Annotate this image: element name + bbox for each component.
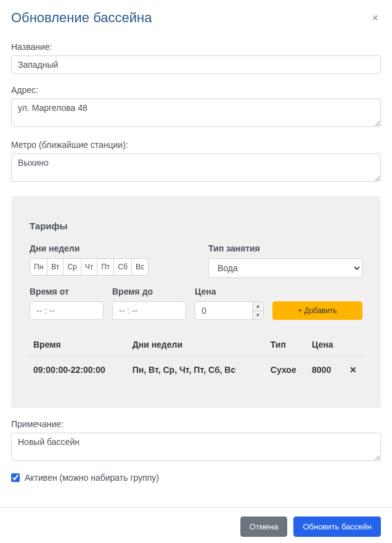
note-label: Примечание: <box>11 419 381 429</box>
metro-label: Метро (ближайшие станции): <box>11 140 381 150</box>
day-sun[interactable]: Вс <box>132 258 149 276</box>
time-from-column: Время от <box>30 287 104 320</box>
tariffs-row-top: Дни недели Пн Вт Ср Чт Пт Сб Вс Тип заня… <box>30 243 362 278</box>
days-label: Дни недели <box>30 243 197 253</box>
tariff-table: Время Дни недели Тип Цена 09:00:00-22:00… <box>30 333 362 383</box>
cancel-button[interactable]: Отмена <box>240 516 288 537</box>
cell-price: 8000 <box>308 356 344 384</box>
time-to-label: Время до <box>112 287 186 296</box>
price-label: Цена <box>195 287 264 296</box>
modal-title: Обновление бассейна <box>11 10 152 26</box>
modal-body: Название: Адрес: Метро (ближайшие станци… <box>0 42 392 495</box>
th-type: Тип <box>267 333 308 356</box>
active-row: Активен (можно набирать группу) <box>11 473 381 483</box>
cell-type: Сухое <box>267 356 308 384</box>
type-label: Тип занятия <box>208 243 362 253</box>
table-row: 09:00:00-22:00:00 Пн, Вт, Ср, Чт, Пт, Сб… <box>30 356 362 384</box>
cell-time: 09:00:00-22:00:00 <box>30 356 129 384</box>
add-column: + Добавить <box>272 301 362 320</box>
price-step-up[interactable]: ▲ <box>253 302 263 311</box>
note-group: Примечание: <box>11 419 381 463</box>
time-from-input[interactable] <box>30 301 104 320</box>
price-spinner: ▲ ▼ <box>252 302 263 319</box>
type-column: Тип занятия Вода <box>208 243 362 278</box>
days-button-group: Пн Вт Ср Чт Пт Сб Вс <box>30 258 197 276</box>
time-from-label: Время от <box>30 287 104 296</box>
address-input[interactable] <box>11 99 381 127</box>
price-step-down[interactable]: ▼ <box>253 311 263 320</box>
active-checkbox[interactable] <box>11 473 20 482</box>
day-fri[interactable]: Пт <box>97 258 114 276</box>
metro-group: Метро (ближайшие станции): <box>11 140 381 184</box>
th-time: Время <box>30 333 129 356</box>
address-group: Адрес: <box>11 85 381 129</box>
modal-header: Обновление бассейна × <box>0 0 392 31</box>
time-to-column: Время до <box>112 287 186 320</box>
close-icon: ✕ <box>349 365 357 375</box>
address-label: Адрес: <box>11 85 381 95</box>
name-input[interactable] <box>11 55 381 74</box>
delete-row-button[interactable]: ✕ <box>344 356 362 384</box>
day-sat[interactable]: Сб <box>114 258 132 276</box>
note-input[interactable] <box>11 433 381 461</box>
day-wed[interactable]: Ср <box>63 258 81 276</box>
modal: Обновление бассейна × Название: Адрес: М… <box>0 0 392 543</box>
days-column: Дни недели Пн Вт Ср Чт Пт Сб Вс <box>30 243 197 278</box>
day-tue[interactable]: Вт <box>47 258 63 276</box>
th-price: Цена <box>308 333 344 356</box>
price-column: Цена ▲ ▼ <box>195 287 264 320</box>
time-to-input[interactable] <box>112 301 186 320</box>
th-days: Дни недели <box>129 333 267 356</box>
name-group: Название: <box>11 42 381 74</box>
table-header-row: Время Дни недели Тип Цена <box>30 333 362 356</box>
tariffs-section: Тарифы Дни недели Пн Вт Ср Чт Пт Сб Вс <box>11 196 381 408</box>
tariffs-row-bottom: Время от Время до Цена ▲ ▼ <box>30 287 362 320</box>
submit-button[interactable]: Обновить бассейн <box>293 516 381 537</box>
cell-days: Пн, Вт, Ср, Чт, Пт, Сб, Вс <box>129 356 267 384</box>
th-actions <box>344 333 362 356</box>
name-label: Название: <box>11 42 381 52</box>
metro-input[interactable] <box>11 153 381 182</box>
add-tariff-button[interactable]: + Добавить <box>272 301 362 320</box>
active-label: Активен (можно набирать группу) <box>25 473 159 483</box>
modal-footer: Отмена Обновить бассейн <box>0 507 392 543</box>
close-button[interactable]: × <box>369 12 381 23</box>
tariffs-title: Тарифы <box>30 221 362 231</box>
day-mon[interactable]: Пн <box>30 258 47 276</box>
type-select[interactable]: Вода <box>208 258 362 278</box>
day-thu[interactable]: Чт <box>81 258 98 276</box>
